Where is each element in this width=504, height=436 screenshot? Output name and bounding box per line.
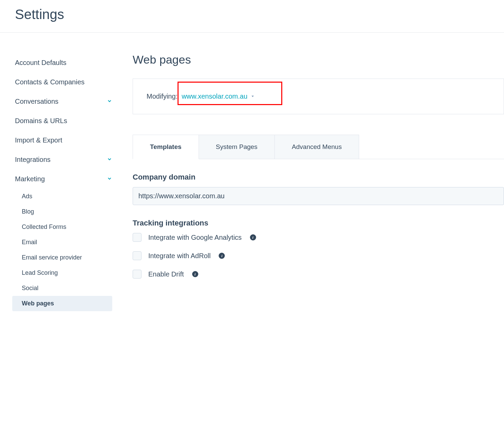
checkbox-label: Integrate with Google Analytics (148, 234, 242, 241)
tracking-integrations-heading: Tracking integrations (133, 219, 504, 228)
tracking-row-drift: Enable Drift i (133, 270, 504, 279)
sidebar-item-label: Integrations (15, 156, 51, 164)
info-icon[interactable]: i (192, 271, 198, 277)
tabs: Templates System Pages Advanced Menus (133, 135, 504, 159)
sidebar-item-domains-urls[interactable]: Domains & URLs (15, 111, 112, 131)
sub-item-email-service-provider[interactable]: Email service provider (20, 250, 112, 265)
sub-item-web-pages[interactable]: Web pages (12, 296, 112, 311)
tracking-row-adroll: Integrate with AdRoll i (133, 251, 504, 260)
sidebar-item-label: Contacts & Companies (15, 78, 85, 86)
checkbox-label: Enable Drift (148, 270, 184, 278)
svg-marker-0 (251, 96, 254, 97)
sidebar-item-label: Import & Export (15, 136, 62, 144)
chevron-down-icon (107, 175, 112, 183)
sidebar-item-conversations[interactable]: Conversations (15, 92, 112, 111)
sidebar-item-marketing[interactable]: Marketing (15, 169, 112, 189)
sub-item-collected-forms[interactable]: Collected Forms (20, 219, 112, 235)
checkbox-label: Integrate with AdRoll (148, 252, 211, 260)
company-domain-input[interactable] (133, 187, 504, 205)
info-icon[interactable]: i (250, 234, 256, 240)
sidebar-item-integrations[interactable]: Integrations (15, 150, 112, 169)
tracking-row-google-analytics: Integrate with Google Analytics i (133, 233, 504, 242)
marketing-sub-items: Ads Blog Collected Forms Email Email ser… (15, 189, 112, 311)
sub-item-blog[interactable]: Blog (20, 204, 112, 219)
checkbox-drift[interactable] (133, 270, 141, 279)
page-title: Settings (0, 0, 504, 32)
tab-advanced-menus[interactable]: Advanced Menus (274, 135, 359, 159)
chevron-down-icon (107, 98, 112, 105)
sub-item-social[interactable]: Social (20, 281, 112, 296)
sub-item-ads[interactable]: Ads (20, 189, 112, 204)
sidebar-item-contacts-companies[interactable]: Contacts & Companies (15, 72, 112, 92)
modifying-label: Modifying: (147, 93, 178, 100)
checkbox-adroll[interactable] (133, 251, 141, 260)
checkbox-google-analytics[interactable] (133, 233, 141, 242)
sub-item-email[interactable]: Email (20, 235, 112, 250)
sub-item-lead-scoring[interactable]: Lead Scoring (20, 265, 112, 281)
main-content: Web pages Modifying: www.xensolar.com.au… (122, 53, 504, 311)
main-title: Web pages (133, 53, 504, 66)
chevron-down-icon (251, 94, 254, 99)
company-domain-heading: Company domain (133, 173, 504, 182)
sidebar-item-account-defaults[interactable]: Account Defaults (15, 53, 112, 72)
domain-dropdown[interactable]: www.xensolar.com.au (182, 93, 254, 100)
tab-system-pages[interactable]: System Pages (199, 135, 275, 159)
chevron-down-icon (107, 156, 112, 164)
sidebar: Account Defaults Contacts & Companies Co… (0, 53, 122, 311)
header-divider (0, 32, 504, 33)
domain-selector-box: Modifying: www.xensolar.com.au (133, 79, 504, 114)
domain-value: www.xensolar.com.au (182, 93, 247, 100)
sidebar-item-label: Account Defaults (15, 59, 66, 67)
sidebar-item-import-export[interactable]: Import & Export (15, 131, 112, 150)
sidebar-item-label: Conversations (15, 98, 58, 105)
sidebar-item-label: Domains & URLs (15, 117, 67, 125)
sidebar-item-label: Marketing (15, 175, 45, 183)
info-icon[interactable]: i (219, 253, 225, 259)
tab-templates[interactable]: Templates (133, 135, 199, 159)
